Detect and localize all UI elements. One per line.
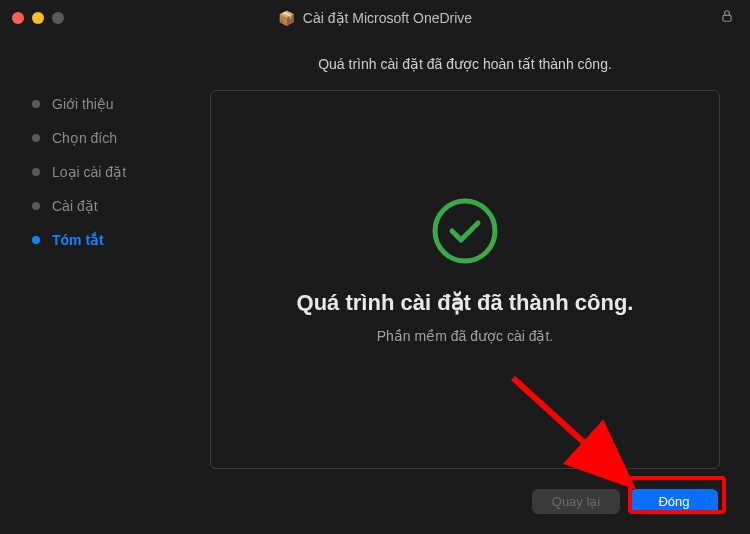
window-title-text: Cài đặt Microsoft OneDrive — [303, 10, 472, 26]
step-label: Giới thiệu — [52, 96, 114, 112]
success-title: Quá trình cài đặt đã thành công. — [297, 290, 634, 316]
button-row: Quay lại Đóng — [210, 489, 720, 514]
titlebar: 📦 Cài đặt Microsoft OneDrive — [0, 0, 750, 36]
sidebar-step-install: Cài đặt — [32, 198, 190, 214]
svg-point-1 — [435, 201, 495, 261]
step-bullet-icon — [32, 236, 40, 244]
step-label: Cài đặt — [52, 198, 98, 214]
sidebar: Giới thiệu Chọn đích Loại cài đặt Cài đặ… — [0, 36, 190, 534]
back-button: Quay lại — [532, 489, 620, 514]
lock-icon — [720, 9, 734, 27]
step-bullet-icon — [32, 100, 40, 108]
result-panel: Quá trình cài đặt đã thành công. Phần mề… — [210, 90, 720, 469]
window-controls — [12, 12, 64, 24]
package-icon: 📦 — [278, 10, 295, 26]
svg-rect-0 — [723, 15, 731, 21]
sidebar-step-intro: Giới thiệu — [32, 96, 190, 112]
success-subtitle: Phần mềm đã được cài đặt. — [377, 328, 554, 344]
close-button[interactable]: Đóng — [630, 489, 718, 514]
close-window-button[interactable] — [12, 12, 24, 24]
sidebar-step-summary: Tóm tắt — [32, 232, 190, 248]
sidebar-step-destination: Chọn đích — [32, 130, 190, 146]
step-bullet-icon — [32, 168, 40, 176]
maximize-window-button — [52, 12, 64, 24]
window-title: 📦 Cài đặt Microsoft OneDrive — [278, 10, 472, 26]
step-label: Loại cài đặt — [52, 164, 126, 180]
step-label: Tóm tắt — [52, 232, 104, 248]
minimize-window-button[interactable] — [32, 12, 44, 24]
content-area: Giới thiệu Chọn đích Loại cài đặt Cài đặ… — [0, 36, 750, 534]
success-checkmark-icon — [430, 196, 500, 266]
main-panel: Quá trình cài đặt đã được hoàn tất thành… — [190, 36, 750, 534]
sidebar-step-type: Loại cài đặt — [32, 164, 190, 180]
page-header: Quá trình cài đặt đã được hoàn tất thành… — [210, 56, 720, 72]
step-label: Chọn đích — [52, 130, 117, 146]
step-bullet-icon — [32, 134, 40, 142]
step-bullet-icon — [32, 202, 40, 210]
